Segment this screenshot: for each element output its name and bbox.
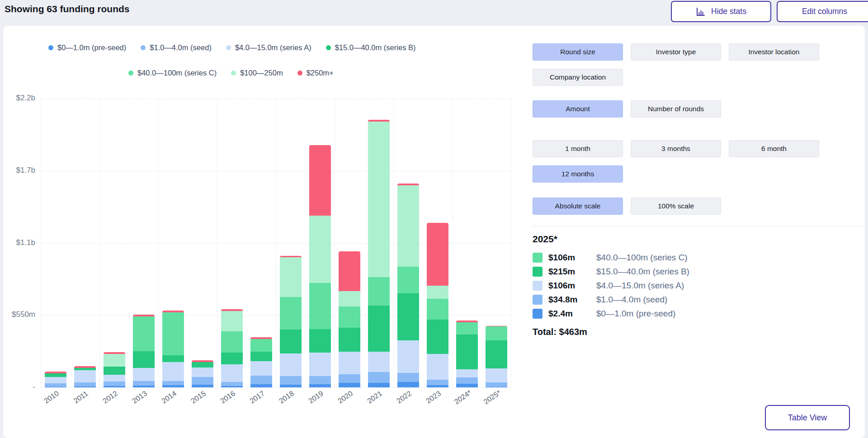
stacked-bar-2012[interactable] (104, 352, 125, 387)
bar-segment[interactable] (368, 277, 390, 306)
table-view-button[interactable]: Table View (765, 405, 850, 430)
bar-segment[interactable] (221, 382, 243, 386)
filter-button-1-month[interactable]: 1 month (533, 140, 623, 157)
bar-segment[interactable] (368, 352, 390, 372)
filter-button-100-scale[interactable]: 100% scale (631, 198, 721, 215)
stacked-bar-2025*[interactable] (486, 326, 507, 387)
bar-segment[interactable] (309, 283, 331, 329)
stacked-bar-2020[interactable] (339, 251, 360, 387)
bar-segment[interactable] (397, 373, 419, 382)
filter-button-investor-location[interactable]: Investor location (729, 43, 819, 61)
bar-segment[interactable] (427, 320, 448, 354)
bar-segment[interactable] (133, 381, 155, 385)
bar-segment[interactable] (192, 362, 213, 368)
bar-segment[interactable] (368, 306, 390, 352)
bar-segment[interactable] (280, 376, 302, 385)
bar-segment[interactable] (427, 380, 448, 385)
hide-stats-button[interactable]: Hide stats (671, 1, 771, 22)
stacked-bar-2016[interactable] (221, 309, 243, 387)
filter-button-round-size[interactable]: Round size (533, 43, 623, 61)
bar-segment[interactable] (427, 299, 448, 320)
bar-segment[interactable] (45, 373, 66, 377)
bar-segment[interactable] (486, 326, 507, 340)
bar-segment[interactable] (339, 306, 360, 328)
bar-segment[interactable] (133, 386, 155, 387)
filter-button-company-location[interactable]: Company location (533, 69, 623, 86)
legend-item[interactable]: $15.0—40.0m (series B) (326, 43, 416, 52)
legend-item[interactable]: $4.0—15.0m (series A) (226, 43, 311, 52)
bar-segment[interactable] (104, 354, 125, 367)
bar-segment[interactable] (339, 251, 360, 291)
bar-segment[interactable] (309, 329, 331, 353)
bar-segment[interactable] (280, 385, 302, 387)
legend-item[interactable]: $1.0—4.0m (seed) (141, 43, 212, 52)
bar-segment[interactable] (456, 377, 478, 384)
bar-segment[interactable] (339, 383, 360, 387)
bar-segment[interactable] (309, 145, 331, 215)
filter-button-absolute-scale[interactable]: Absolute scale (533, 198, 623, 215)
bar-segment[interactable] (339, 374, 360, 383)
bar-segment[interactable] (221, 331, 243, 352)
stacked-bar-2013[interactable] (133, 315, 155, 387)
bar-segment[interactable] (221, 386, 243, 387)
bar-segment[interactable] (368, 372, 390, 383)
bar-segment[interactable] (309, 384, 331, 387)
bar-segment[interactable] (280, 297, 302, 330)
bar-segment[interactable] (250, 352, 272, 361)
bar-segment[interactable] (427, 286, 448, 299)
bar-segment[interactable] (221, 364, 243, 382)
stacked-bar-2015[interactable] (192, 360, 213, 387)
bar-segment[interactable] (192, 377, 213, 384)
legend-item[interactable]: $0—1.0m (pre-seed) (48, 43, 126, 52)
bar-segment[interactable] (104, 375, 125, 382)
bar-segment[interactable] (221, 311, 243, 331)
bar-segment[interactable] (456, 369, 478, 377)
stacked-bar-2019[interactable] (309, 145, 331, 387)
bar-segment[interactable] (486, 340, 507, 368)
stacked-bar-2024*[interactable] (456, 320, 478, 387)
bar-segment[interactable] (309, 353, 331, 376)
filter-button-amount[interactable]: Amount (533, 100, 623, 118)
bar-segment[interactable] (104, 381, 125, 386)
bar-segment[interactable] (339, 328, 360, 352)
bar-segment[interactable] (309, 216, 331, 283)
bar-segment[interactable] (456, 334, 478, 369)
bar-segment[interactable] (280, 257, 302, 297)
bar-segment[interactable] (45, 377, 66, 383)
bar-segment[interactable] (397, 382, 419, 387)
bar-segment[interactable] (309, 376, 331, 384)
filter-button-3-months[interactable]: 3 months (631, 140, 721, 157)
bar-segment[interactable] (162, 312, 184, 356)
bar-segment[interactable] (368, 122, 390, 277)
filter-button-12-months[interactable]: 12 months (533, 165, 623, 183)
legend-item[interactable]: $250m+ (297, 69, 334, 77)
bar-segment[interactable] (133, 351, 155, 368)
legend-item[interactable]: $100—250m (231, 69, 283, 77)
bar-segment[interactable] (221, 353, 243, 365)
bar-segment[interactable] (427, 385, 448, 387)
bar-segment[interactable] (250, 384, 272, 387)
bar-segment[interactable] (427, 354, 448, 380)
stacked-bar-2014[interactable] (162, 311, 184, 387)
bar-segment[interactable] (162, 355, 184, 362)
bar-segment[interactable] (280, 353, 302, 377)
bar-segment[interactable] (368, 383, 390, 387)
edit-columns-button[interactable]: Edit columns (777, 1, 868, 22)
bar-segment[interactable] (250, 361, 272, 376)
bar-segment[interactable] (104, 386, 125, 387)
bar-segment[interactable] (133, 368, 155, 381)
bar-segment[interactable] (250, 339, 272, 352)
bar-segment[interactable] (74, 386, 96, 387)
bar-segment[interactable] (74, 382, 96, 386)
bar-segment[interactable] (486, 387, 507, 387)
bar-segment[interactable] (397, 293, 419, 340)
bar-segment[interactable] (456, 322, 478, 334)
filter-button-number-of-rounds[interactable]: Number of rounds (631, 100, 721, 118)
filter-button-investor-type[interactable]: Investor type (631, 43, 721, 61)
bar-segment[interactable] (74, 370, 96, 382)
stacked-bar-2010[interactable] (45, 372, 66, 387)
stacked-bar-2018[interactable] (280, 256, 302, 387)
bar-segment[interactable] (162, 362, 184, 381)
bar-segment[interactable] (45, 387, 66, 387)
bar-segment[interactable] (456, 384, 478, 387)
